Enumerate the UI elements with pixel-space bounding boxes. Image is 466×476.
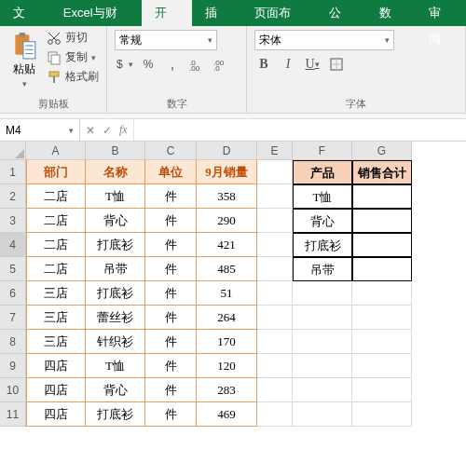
row-header[interactable]: 6 [0,281,26,306]
cell[interactable]: 三店 [26,330,86,354]
comma-button[interactable]: , [163,56,182,73]
cell[interactable] [257,257,293,281]
cell[interactable] [293,281,352,306]
cell[interactable]: 283 [197,378,257,402]
tab-审阅[interactable]: 审阅 [416,0,466,26]
cell[interactable] [257,233,293,257]
col-header-F[interactable]: F [293,142,352,160]
cell[interactable] [257,281,293,306]
cell[interactable]: 四店 [26,402,86,427]
cell[interactable]: 蕾丝衫 [86,306,145,330]
col-header-E[interactable]: E [257,142,293,160]
cell[interactable]: 打底衫 [86,233,145,257]
fx-icon[interactable]: fx [119,123,128,137]
cell[interactable] [257,354,293,378]
enter-formula-icon[interactable]: ✓ [103,124,112,137]
cell[interactable] [293,330,352,354]
cell[interactable] [352,209,412,233]
cell[interactable] [257,306,293,330]
cell[interactable] [293,354,352,378]
cell[interactable]: 四店 [26,354,86,378]
cell[interactable]: 件 [145,402,197,427]
cell[interactable]: 二店 [26,257,86,281]
cell[interactable] [352,281,412,306]
cell[interactable]: 51 [197,281,257,306]
cell[interactable]: 四店 [26,378,86,402]
formula-input[interactable] [134,119,466,141]
paste-button[interactable]: 粘贴 ▾ [7,30,41,90]
cell[interactable]: 吊带 [86,257,145,281]
cell[interactable]: 264 [197,306,257,330]
cell[interactable] [257,184,293,209]
cell[interactable]: 421 [197,233,257,257]
tab-Excel与财务[interactable]: Excel与财务 [50,0,142,26]
cut-button[interactable]: 剪切 [47,30,99,46]
cell[interactable]: 件 [145,257,197,281]
format-painter-button[interactable]: 格式刷 [47,69,99,85]
cell[interactable] [257,402,293,427]
cell[interactable]: 件 [145,281,197,306]
cell[interactable]: 170 [197,330,257,354]
cell[interactable]: T恤 [86,354,145,378]
cell[interactable] [293,402,352,427]
col-header-B[interactable]: B [86,142,145,160]
cell[interactable]: T恤 [86,184,145,209]
cell[interactable] [352,354,412,378]
cell[interactable]: 件 [145,306,197,330]
copy-button[interactable]: 复制▾ [47,49,99,65]
cell[interactable]: 三店 [26,281,86,306]
cell[interactable] [257,378,293,402]
cell[interactable]: 件 [145,209,197,233]
row-header[interactable]: 7 [0,306,26,330]
cell[interactable]: 打底衫 [293,233,352,257]
cell[interactable] [352,233,412,257]
cell[interactable]: 二店 [26,184,86,209]
underline-button[interactable]: U ▾ [303,56,322,73]
cell[interactable]: 件 [145,354,197,378]
spreadsheet-grid[interactable]: ABCDEFG 1部门名称单位9月销量产品销售合计2二店T恤件358T恤3二店背… [0,142,466,427]
cell[interactable]: 背心 [293,209,352,233]
bold-button[interactable]: B [254,56,273,73]
cell[interactable]: 名称 [86,160,145,184]
row-header[interactable]: 11 [0,402,26,427]
col-header-G[interactable]: G [352,142,412,160]
cell[interactable] [257,160,293,184]
cell[interactable]: 吊带 [293,257,352,281]
cell[interactable] [352,378,412,402]
tab-插入[interactable]: 插入 [192,0,242,26]
tab-文件[interactable]: 文件 [0,0,50,26]
percent-button[interactable]: % [139,56,158,73]
number-format-combo[interactable]: 常规▾ [115,30,217,50]
cell[interactable] [257,330,293,354]
cell[interactable]: T恤 [293,184,352,209]
cell[interactable]: 打底衫 [86,281,145,306]
cell[interactable] [352,184,412,209]
row-header[interactable]: 8 [0,330,26,354]
row-header[interactable]: 3 [0,209,26,233]
row-header[interactable]: 9 [0,354,26,378]
cancel-formula-icon[interactable]: ✕ [86,124,95,137]
cell[interactable]: 二店 [26,209,86,233]
col-header-C[interactable]: C [145,142,197,160]
col-header-A[interactable]: A [26,142,86,160]
cell[interactable]: 背心 [86,209,145,233]
cell[interactable] [257,209,293,233]
name-box[interactable]: M4▾ [0,119,80,141]
increase-decimal-button[interactable]: .0.00 [187,56,206,73]
cell[interactable] [352,257,412,281]
cell[interactable] [293,306,352,330]
cell[interactable]: 针织衫 [86,330,145,354]
cell[interactable] [352,330,412,354]
cell[interactable]: 件 [145,330,197,354]
decrease-decimal-button[interactable]: .00.0 [212,56,230,73]
cell[interactable]: 485 [197,257,257,281]
tab-数据[interactable]: 数据 [366,0,417,26]
cell[interactable]: 部门 [26,160,86,184]
row-header[interactable]: 4 [0,233,26,257]
row-header[interactable]: 10 [0,378,26,402]
cell[interactable]: 产品 [293,160,352,184]
font-name-combo[interactable]: 宋体▾ [254,30,394,50]
cell[interactable]: 三店 [26,306,86,330]
select-all-corner[interactable] [0,142,26,160]
currency-button[interactable]: $▾ [115,56,133,73]
